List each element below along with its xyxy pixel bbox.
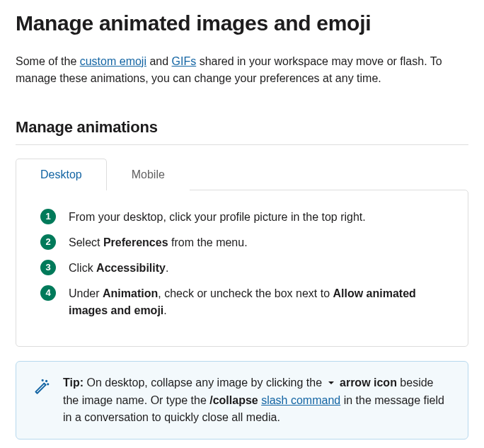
step-1: From your desktop, click your profile pi…: [40, 209, 444, 226]
intro-paragraph: Some of the custom emoji and GIFs shared…: [16, 53, 468, 87]
step-4-bold1: Animation: [103, 287, 158, 299]
tip-arrow-label: arrow icon: [340, 377, 397, 389]
step-2-post: from the menu.: [168, 236, 248, 248]
step-3-bold: Accessibility: [96, 262, 166, 274]
tip-cmd: /collapse: [209, 394, 258, 406]
svg-point-2: [42, 380, 43, 381]
tip-box: Tip: On desktop, collapse any image by c…: [16, 361, 468, 440]
tip-a: On desktop, collapse any image by clicki…: [83, 377, 325, 389]
section-divider: [16, 144, 468, 145]
step-4-pre: Under: [69, 287, 103, 299]
intro-text-a: Some of the: [16, 55, 80, 67]
tip-text: Tip: On desktop, collapse any image by c…: [63, 374, 452, 426]
tab-desktop[interactable]: Desktop: [16, 159, 107, 190]
tip-label: Tip:: [63, 377, 83, 389]
steps-list: From your desktop, click your profile pi…: [40, 209, 444, 319]
section-heading: Manage animations: [16, 115, 468, 139]
step-3: Click Accessibility.: [40, 260, 444, 277]
step-3-pre: Click: [69, 262, 96, 274]
svg-point-1: [47, 384, 48, 384]
tab-mobile[interactable]: Mobile: [107, 159, 190, 190]
step-2-bold: Preferences: [103, 236, 168, 248]
page-title: Manage animated images and emoji: [16, 7, 468, 39]
step-4-mid: , check or uncheck the box next to: [158, 287, 333, 299]
magic-wand-icon: [32, 377, 50, 396]
step-4: Under Animation, check or uncheck the bo…: [40, 285, 444, 319]
step-3-post: .: [166, 262, 168, 274]
svg-point-0: [46, 381, 47, 381]
intro-text-b: and: [146, 55, 172, 67]
caret-down-icon: [327, 375, 335, 392]
step-1-text: From your desktop, click your profile pi…: [69, 211, 366, 223]
step-2: Select Preferences from the menu.: [40, 234, 444, 251]
gifs-link[interactable]: GIFs: [172, 55, 197, 67]
tab-panel-desktop: From your desktop, click your profile pi…: [16, 190, 468, 347]
custom-emoji-link[interactable]: custom emoji: [80, 55, 146, 67]
step-2-pre: Select: [69, 236, 103, 248]
step-4-post: .: [163, 304, 166, 316]
slash-command-link[interactable]: slash command: [261, 394, 340, 406]
tabs: Desktop Mobile: [16, 158, 468, 190]
